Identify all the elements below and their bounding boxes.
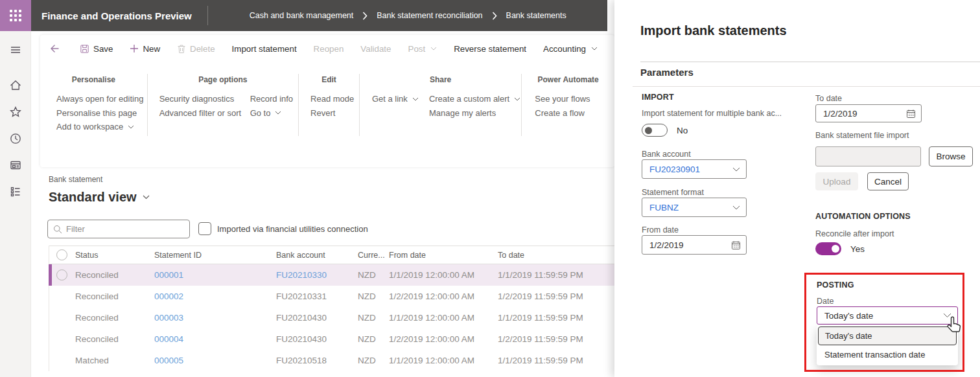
multiple-accounts-label: Import statement for multiple bank ac... — [642, 109, 782, 118]
menu-item-add-to-workspace[interactable]: Add to workspace — [56, 120, 143, 134]
menu-item-create-a-flow[interactable]: Create a flow — [535, 106, 590, 120]
filter-input[interactable] — [66, 224, 176, 234]
cancel-button[interactable]: Cancel — [867, 172, 909, 190]
accounting-button[interactable]: Accounting — [535, 44, 606, 54]
app-title[interactable]: Finance and Operations Preview — [31, 10, 207, 21]
breadcrumb-page[interactable]: Bank statements — [506, 11, 566, 20]
expand-nav-button[interactable] — [0, 36, 31, 63]
ribbon-section-share: Share Get a link Create a custom alert M… — [360, 71, 521, 136]
statement-id-link[interactable]: 000005 — [154, 356, 183, 365]
multiple-accounts-toggle[interactable] — [642, 124, 668, 137]
delete-button[interactable]: Delete — [169, 44, 224, 54]
command-bar: Save New Delete Import statement Reopen … — [40, 35, 614, 62]
validate-button[interactable]: Validate — [352, 44, 399, 54]
posting-date-combo[interactable]: Today's date — [817, 306, 958, 325]
bank-account-combo[interactable]: FU20230901 — [642, 159, 747, 179]
breadcrumb-module[interactable]: Cash and bank management — [250, 11, 354, 20]
reopen-button[interactable]: Reopen — [305, 44, 353, 54]
menu-item-see-your-flows[interactable]: See your flows — [535, 92, 590, 106]
column-header-status[interactable]: Status — [74, 251, 153, 260]
menu-item-create-a-custom-alert[interactable]: Create a custom alert — [429, 92, 520, 106]
menu-item-manage-my-alerts[interactable]: Manage my alerts — [429, 106, 520, 120]
save-button[interactable]: Save — [71, 44, 121, 54]
search-icon — [53, 225, 62, 234]
browse-button[interactable]: Browse — [929, 146, 973, 166]
menu-item-read-mode[interactable]: Read mode — [310, 92, 354, 106]
chevron-down-icon — [591, 47, 598, 51]
breadcrumb-area[interactable]: Bank statement reconciliation — [377, 11, 482, 20]
chevron-down-icon — [275, 111, 281, 115]
table-row[interactable]: Reconciled 000002 FU20210331 NZD 1/2/201… — [49, 286, 614, 307]
menu-item-go-to[interactable]: Go to — [250, 106, 293, 120]
menu-item-advanced-filter-or-sort[interactable]: Advanced filter or sort — [159, 106, 250, 120]
select-all-radio[interactable] — [56, 249, 67, 260]
to-date-input[interactable] — [823, 109, 888, 119]
sidebar-item-workspaces[interactable] — [0, 152, 31, 178]
cell-to-date: 1/2/2019 11:59:59 PM — [496, 334, 614, 344]
menu-item-personalise-this-page[interactable]: Personalise this page — [56, 106, 143, 120]
statement-id-link[interactable]: 000001 — [154, 270, 183, 280]
table-row[interactable]: Reconciled 000004 FU20210430 NZD 1/2/201… — [49, 328, 614, 350]
from-date-input[interactable] — [649, 240, 714, 250]
post-button[interactable]: Post — [400, 44, 446, 54]
cell-from-date: 1/2/2019 12:00:00 AM — [388, 334, 496, 344]
from-date-field — [642, 235, 747, 255]
table-row[interactable]: Matched 000005 FU20210518 NZD 1/1/2019 1… — [49, 350, 614, 371]
statement-format-combo[interactable]: FUBNZ — [642, 198, 747, 217]
reconcile-value: Yes — [850, 244, 865, 254]
imported-checkbox[interactable] — [198, 222, 211, 235]
column-header-currency[interactable]: Curre... — [356, 251, 388, 260]
dialog-title: Import bank statements — [640, 23, 787, 38]
calendar-icon[interactable] — [906, 109, 916, 119]
menu-item-revert[interactable]: Revert — [310, 106, 354, 120]
import-statement-button[interactable]: Import statement — [224, 44, 305, 54]
bank-account-link[interactable]: FU20210330 — [276, 270, 327, 280]
cell-currency: NZD — [356, 334, 388, 344]
clock-icon — [9, 132, 22, 145]
option-todays-date[interactable]: Today's date — [818, 326, 957, 345]
chevron-down-icon — [412, 97, 419, 101]
column-header-from-date[interactable]: From date — [388, 251, 496, 260]
cell-currency: NZD — [356, 270, 388, 280]
view-selector[interactable]: Standard view — [49, 190, 150, 205]
menu-item-security-diagnostics[interactable]: Security diagnostics — [159, 92, 250, 106]
section-title: Page options — [148, 75, 298, 84]
file-path-field[interactable] — [815, 146, 921, 166]
back-button[interactable] — [47, 43, 67, 54]
chevron-down-icon — [430, 47, 437, 51]
option-statement-transaction-date[interactable]: Statement transaction date — [818, 345, 957, 364]
top-bar: Finance and Operations Preview Cash and … — [31, 0, 607, 31]
calendar-icon[interactable] — [731, 240, 741, 250]
chevron-down-icon — [128, 125, 134, 129]
imported-checkbox-label: Imported via financial utilities connect… — [217, 224, 368, 234]
star-icon — [9, 106, 22, 119]
cell-status: Reconciled — [74, 334, 153, 344]
cell-currency: NZD — [356, 291, 388, 301]
reverse-statement-button[interactable]: Reverse statement — [445, 44, 535, 54]
table-row[interactable]: Reconciled 000001 FU20210330 NZD 1/1/201… — [49, 264, 614, 286]
imported-filter: Imported via financial utilities connect… — [198, 222, 368, 235]
upload-button[interactable]: Upload — [815, 172, 858, 190]
table-row[interactable]: Reconciled 000003 FU20210430 NZD 1/1/201… — [49, 307, 614, 328]
filter-field[interactable] — [47, 220, 190, 238]
app-launcher-button[interactable] — [0, 0, 31, 31]
new-button[interactable]: New — [121, 44, 169, 54]
trash-icon — [177, 44, 186, 54]
cell-bank-account: FU20210430 — [275, 313, 356, 323]
statement-id-link[interactable]: 000003 — [154, 313, 183, 323]
column-header-to-date[interactable]: To date — [496, 251, 614, 260]
sidebar-item-home[interactable] — [0, 72, 31, 98]
menu-item-always-open-for-editing[interactable]: Always open for editing — [56, 92, 143, 106]
row-radio[interactable] — [56, 269, 67, 280]
column-header-statement-id[interactable]: Statement ID — [153, 251, 275, 260]
statement-id-link[interactable]: 000004 — [154, 334, 183, 344]
sidebar-item-recent[interactable] — [0, 125, 31, 152]
column-header-bank-account[interactable]: Bank account — [275, 251, 356, 260]
chevron-down-icon — [943, 313, 951, 318]
reconcile-toggle[interactable] — [815, 242, 841, 255]
menu-item-record-info[interactable]: Record info — [250, 92, 293, 106]
sidebar-item-favorites[interactable] — [0, 98, 31, 125]
menu-item-get-a-link[interactable]: Get a link — [372, 92, 429, 106]
sidebar-item-modules[interactable] — [0, 178, 31, 205]
statement-id-link[interactable]: 000002 — [154, 291, 183, 301]
